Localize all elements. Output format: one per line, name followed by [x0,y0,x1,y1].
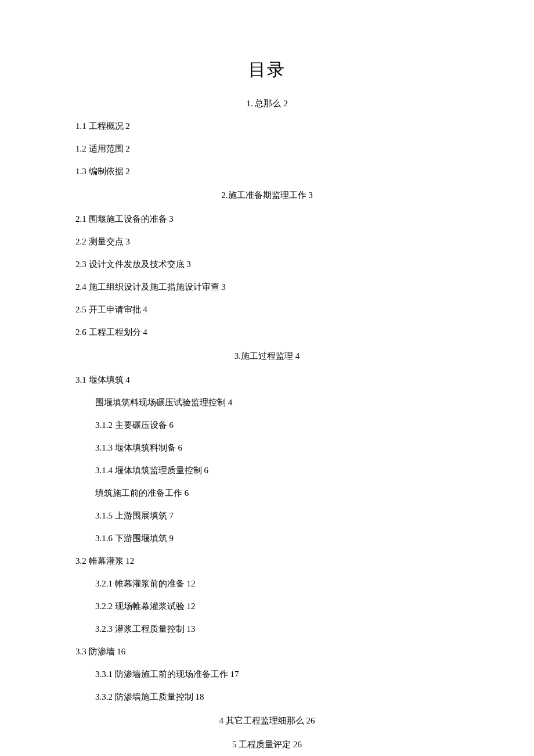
toc-level2-entry: 围堰填筑料现场碾压试验监理控制 4 [75,395,459,411]
toc-level2-entry: 3.3.2 防渗墙施工质量控制 18 [75,689,459,705]
toc-level2-entry: 3.2.1 帷幕灌浆前的准备 12 [75,576,459,592]
toc-level1-entry: 3.3 防渗墙 16 [75,644,459,660]
toc-section-header: 3.施工过程监理 4 [75,348,459,364]
toc-centered-entry: 1. 总那么 2 [75,96,459,111]
table-of-contents: 1. 总那么 21.1 工程概况 21.2 适用范围 21.3 编制依据 22.… [75,96,459,753]
toc-level1-entry: 1.3 编制依据 2 [75,164,459,179]
toc-level2-entry: 填筑施工前的准备工作 6 [75,485,459,501]
toc-level2-entry: 3.3.1 防渗墙施工前的现场准备工作 17 [75,667,459,682]
page-title: 目录 [75,58,459,82]
toc-level2-entry: 3.1.4 堰体填筑监理质量控制 6 [75,463,459,478]
document-page: 目录 1. 总那么 21.1 工程概况 21.2 适用范围 21.3 编制依据 … [0,0,534,756]
toc-level1-entry: 2.2 测量交点 3 [75,234,459,250]
toc-level2-entry: 3.2.3 灌浆工程质量控制 13 [75,621,459,637]
toc-level2-entry: 3.1.2 主要碾压设备 6 [75,417,459,433]
toc-level1-entry: 1.1 工程概况 2 [75,118,459,134]
toc-level1-entry: 3.2 帷幕灌浆 12 [75,553,459,569]
toc-level1-entry: 2.4 施工组织设计及施工措施设计审查 3 [75,279,459,295]
toc-level2-entry: 3.1.6 下游围堰填筑 9 [75,531,459,546]
toc-level1-entry: 2.6 工程工程划分 4 [75,325,459,340]
toc-section-header: 5 工程质量评定 26 [75,737,459,753]
toc-level1-entry: 2.1 围堰施工设备的准备 3 [75,211,459,227]
toc-level1-entry: 2.3 设计文件发放及技术交底 3 [75,257,459,272]
toc-section-header: 4 其它工程监理细那么 26 [75,713,459,729]
toc-level1-entry: 1.2 适用范围 2 [75,141,459,157]
toc-section-header: 2.施工准备期监理工作 3 [75,188,459,203]
toc-level2-entry: 3.2.2 现场帷幕灌浆试验 12 [75,599,459,614]
toc-level2-entry: 3.1.3 堰体填筑料制备 6 [75,440,459,456]
toc-level2-entry: 3.1.5 上游围展填筑 7 [75,508,459,524]
toc-level1-entry: 3.1 堰体填筑 4 [75,372,459,388]
toc-level1-entry: 2.5 开工申请审批 4 [75,302,459,318]
